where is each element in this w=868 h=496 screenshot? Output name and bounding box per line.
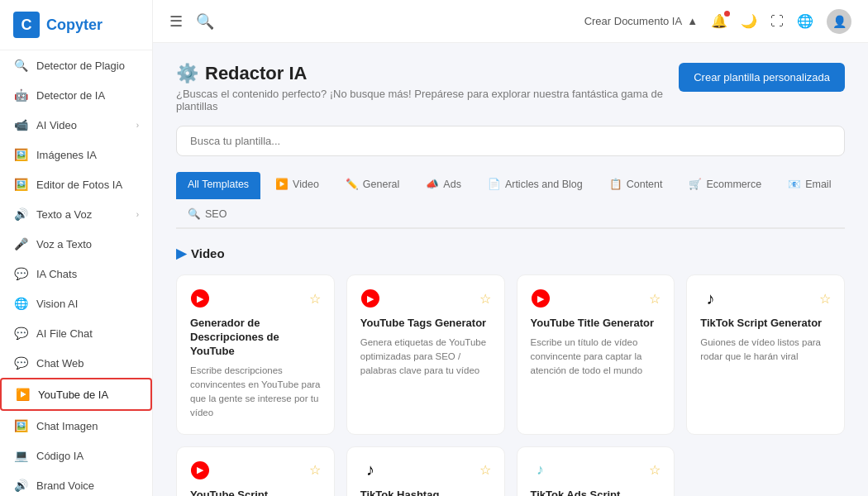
sidebar-item-vision-ai[interactable]: 🌐 Vision AI xyxy=(0,289,152,318)
sidebar-item-codigo-ia[interactable]: 💻 Código IA xyxy=(0,441,152,470)
video-section-title: ▶ Video xyxy=(176,246,845,261)
card-card-yt-desc[interactable]: ▶ ☆ Generador de Descripciones de YouTub… xyxy=(176,274,335,435)
star-icon[interactable]: ☆ xyxy=(309,291,321,307)
sidebar-item-texto-a-voz[interactable]: 🔊 Texto a Voz › xyxy=(0,199,152,229)
sidebar-item-youtube-de-ia[interactable]: ▶️ YouTube de IA xyxy=(0,378,152,411)
card-top: ▶ ☆ xyxy=(531,289,661,308)
articles-blog-icon: 📄 xyxy=(488,178,501,190)
star-icon[interactable]: ☆ xyxy=(309,462,321,478)
sidebar-item-detector-plagio[interactable]: 🔍 Detector de Plagio xyxy=(0,50,152,80)
sidebar-item-editor-fotos-ia[interactable]: 🖼️ Editor de Fotos IA xyxy=(0,169,152,199)
card-card-tiktok-hashtag[interactable]: ♪ ☆ TikTok Hashtag Generator Generate Ti… xyxy=(346,446,505,496)
tab-ads[interactable]: 📣Ads xyxy=(414,171,473,199)
tab-label-articles-blog: Articles and Blog xyxy=(505,179,583,190)
detector-plagio-icon: 🔍 xyxy=(13,58,28,73)
crear-plantilla-button[interactable]: Crear plantilla personalizada xyxy=(679,63,845,92)
seo-icon: 🔍 xyxy=(188,207,201,220)
youtube-icon: ▶ xyxy=(532,289,550,308)
fullscreen-icon[interactable]: ⛶ xyxy=(770,14,784,29)
search-icon[interactable]: 🔍 xyxy=(196,12,214,31)
card-top: ▶ ☆ xyxy=(190,289,321,308)
card-title: TikTok Hashtag Generator xyxy=(360,489,491,496)
sidebar-label-vision-ai: Vision AI xyxy=(36,298,78,310)
card-title: TikTok Script Generator xyxy=(700,317,831,331)
sidebar-logo[interactable]: C Copyter xyxy=(0,0,152,50)
chevron-icon: › xyxy=(136,121,139,130)
sidebar-label-ai-video: AI Video xyxy=(36,119,77,131)
content-area: ⚙️ Redactor IA ¿Buscas el contenido perf… xyxy=(153,43,868,496)
star-icon[interactable]: ☆ xyxy=(479,291,491,307)
tiktok-icon: ♪ xyxy=(366,460,374,479)
detector-ia-icon: 🤖 xyxy=(13,88,28,103)
ia-chats-icon: 💬 xyxy=(13,266,28,281)
sidebar-label-brand-voice: Brand Voice xyxy=(36,479,94,492)
tab-video[interactable]: ▶️Video xyxy=(264,171,331,199)
editor-fotos-ia-icon: 🖼️ xyxy=(13,177,28,192)
card-desc: Escribe un título de vídeo convincente p… xyxy=(531,336,661,379)
dark-mode-icon[interactable]: 🌙 xyxy=(741,13,757,29)
tab-label-all-templates: All Templates xyxy=(188,179,249,190)
card-top: ♪ ☆ xyxy=(700,289,831,308)
card-title: YouTube Title Generator xyxy=(531,317,661,331)
tab-seo[interactable]: 🔍SEO xyxy=(176,201,238,229)
youtube-icon: ▶ xyxy=(191,289,209,308)
tab-content[interactable]: 📋Content xyxy=(598,171,675,199)
sidebar-item-ia-chats[interactable]: 💬 IA Chats xyxy=(0,259,152,289)
star-icon[interactable]: ☆ xyxy=(649,291,661,307)
sidebar-label-chat-imagen: Chat Imagen xyxy=(36,420,98,432)
brand-voice-icon: 🔊 xyxy=(13,478,28,493)
page-subtitle: ¿Buscas el contenido perfecto? ¡No busqu… xyxy=(176,88,679,112)
redactor-icon: ⚙️ xyxy=(176,63,198,84)
card-card-yt-title[interactable]: ▶ ☆ YouTube Title Generator Escribe un t… xyxy=(517,274,675,435)
video-section-label: Video xyxy=(191,246,225,260)
card-top: ♪ ☆ xyxy=(531,460,661,480)
tab-label-general: General xyxy=(363,179,399,190)
card-top: ▶ ☆ xyxy=(190,460,321,480)
star-icon[interactable]: ☆ xyxy=(819,291,831,307)
tab-all-templates[interactable]: All Templates xyxy=(176,172,260,199)
youtube-icon: ▶ xyxy=(191,461,209,479)
sidebar-label-imagenes-ia: Imágenes IA xyxy=(36,149,97,161)
tab-general[interactable]: ✏️General xyxy=(334,171,411,199)
sidebar-item-ai-video[interactable]: 📹 AI Video › xyxy=(0,110,152,140)
language-icon[interactable]: 🌐 xyxy=(797,13,813,29)
general-icon: ✏️ xyxy=(346,178,359,190)
chat-imagen-icon: 🖼️ xyxy=(13,418,28,433)
page-title-area: ⚙️ Redactor IA ¿Buscas el contenido perf… xyxy=(176,63,679,112)
topbar-actions: 🔔 🌙 ⛶ 🌐 👤 xyxy=(711,9,851,34)
youtube-de-ia-icon: ▶️ xyxy=(15,387,30,402)
tab-articles-blog[interactable]: 📄Articles and Blog xyxy=(476,171,594,199)
tab-label-video: Video xyxy=(293,179,319,190)
sidebar-label-youtube-de-ia: YouTube de IA xyxy=(38,389,108,401)
crear-documento-button[interactable]: Crear Documento IA ▲ xyxy=(584,15,698,27)
card-card-tiktok-script[interactable]: ♪ ☆ TikTok Script Generator Guiones de v… xyxy=(686,274,845,435)
star-icon[interactable]: ☆ xyxy=(479,462,491,478)
menu-icon[interactable]: ☰ xyxy=(169,12,183,31)
search-input[interactable] xyxy=(176,126,845,156)
tab-label-content: Content xyxy=(627,179,663,190)
voz-a-texto-icon: 🎤 xyxy=(13,236,28,251)
topbar: ☰ 🔍 Crear Documento IA ▲ 🔔 🌙 ⛶ 🌐 👤 xyxy=(153,0,868,43)
sidebar-item-chat-web[interactable]: 💬 Chat Web xyxy=(0,348,152,378)
page-header: ⚙️ Redactor IA ¿Buscas el contenido perf… xyxy=(176,63,845,112)
sidebar-label-chat-web: Chat Web xyxy=(36,357,84,370)
sidebar-item-imagenes-ia[interactable]: 🖼️ Imágenes IA xyxy=(0,140,152,169)
sidebar-item-detector-ia[interactable]: 🤖 Detector de IA xyxy=(0,80,152,110)
card-card-yt-script[interactable]: ▶ ☆ YouTube Script Generator Crea rápida… xyxy=(176,446,335,496)
user-avatar[interactable]: 👤 xyxy=(827,9,851,34)
sidebar-item-chat-imagen[interactable]: 🖼️ Chat Imagen xyxy=(0,411,152,441)
sidebar-label-detector-ia: Detector de IA xyxy=(36,89,105,102)
tab-label-ecommerce: Ecommerce xyxy=(706,179,761,190)
content-icon: 📋 xyxy=(609,178,622,190)
tab-ecommerce[interactable]: 🛒Ecommerce xyxy=(677,171,773,199)
card-card-tiktok-ads[interactable]: ♪ ☆ TikTok Ads Script Generator Create a… xyxy=(517,446,675,496)
sidebar-item-voz-a-texto[interactable]: 🎤 Voz a Texto xyxy=(0,229,152,259)
sidebar-item-brand-voice[interactable]: 🔊 Brand Voice xyxy=(0,470,152,496)
card-card-yt-tags[interactable]: ▶ ☆ YouTube Tags Generator Genera etique… xyxy=(346,274,505,435)
card-desc: Escribe descripciones convincentes en Yo… xyxy=(190,364,321,421)
notifications-bell[interactable]: 🔔 xyxy=(711,13,727,29)
star-icon[interactable]: ☆ xyxy=(649,462,661,478)
card-desc: Genera etiquetas de YouTube optimizadas … xyxy=(360,336,491,379)
sidebar-item-ai-file-chat[interactable]: 💬 AI File Chat xyxy=(0,318,152,348)
tab-email[interactable]: 📧Email xyxy=(776,171,842,199)
